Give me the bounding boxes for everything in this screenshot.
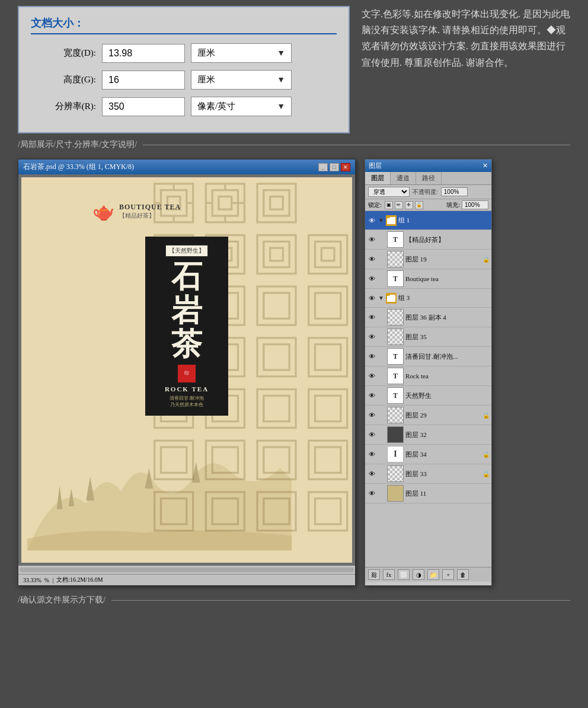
width-input[interactable] xyxy=(102,44,185,63)
add-adjustment-button[interactable]: ◑ xyxy=(413,569,424,580)
layer-visibility-icon[interactable]: 👁 xyxy=(367,254,376,264)
opacity-label: 不透明度: xyxy=(413,188,438,196)
lock-all-icon[interactable]: 🔒 xyxy=(415,201,423,209)
group-expand-arrow[interactable]: ▼ xyxy=(378,295,384,301)
lock-row: 锁定: ▣ ✏ ✛ 🔒 填充: xyxy=(365,199,491,211)
section-divider-1-text: /局部展示/尺寸.分辨率/文字说明/ xyxy=(18,139,137,150)
layer-item[interactable]: 👁 图层 19 🔒 xyxy=(365,250,491,269)
layer-item[interactable]: 👁 T 【精品好茶】 xyxy=(365,230,491,250)
layer-visibility-icon[interactable]: 👁 xyxy=(367,332,376,342)
layer-visibility-icon[interactable]: 👁 xyxy=(367,312,376,322)
blend-mode-select[interactable]: 穿透 xyxy=(368,187,410,197)
tab-paths[interactable]: 路径 xyxy=(416,172,442,184)
layer-lock-icon: 🔒 xyxy=(482,256,490,263)
resolution-row: 分辨率(R): 像素/英寸 ▼ xyxy=(31,97,337,116)
bottom-divider-text: /确认源文件展示方下载/ xyxy=(18,595,106,605)
layer-visibility-icon[interactable]: 👁 xyxy=(367,430,376,439)
layer-visibility-icon[interactable]: 👁 xyxy=(367,489,376,498)
layer-name-text: 图层 33 xyxy=(405,470,481,479)
doc-size-title: 文档大小： xyxy=(31,16,337,34)
layer-visibility-icon[interactable]: 👁 xyxy=(367,352,376,361)
fill-row: 填充: xyxy=(446,200,488,209)
layer-item[interactable]: 👁 图层 11 xyxy=(365,484,491,503)
resolution-unit-select[interactable]: 像素/英寸 ▼ xyxy=(191,97,292,116)
width-unit-select[interactable]: 厘米 ▼ xyxy=(191,43,292,63)
layer-item[interactable]: 👁 T Rock tea xyxy=(365,366,491,386)
ps-close-button[interactable]: ✕ xyxy=(341,163,350,171)
layer-lock-icon: 🔒 xyxy=(482,451,490,458)
right-text-content: 文字.色彩等.如在修改时字体出现变化. 是因为此电脑没有安装该字体. 请替换相近… xyxy=(362,9,570,68)
layer-thumbnail xyxy=(387,329,404,345)
layers-titlebar: 图层 ✕ xyxy=(365,160,491,172)
ps-title: 石岩茶.psd @ 33.3% (组 1, CMYK/8) xyxy=(23,162,134,172)
layer-visibility-icon[interactable]: 👁 xyxy=(367,235,376,244)
layer-item[interactable]: 👁 I 图层 34 🔒 xyxy=(365,445,491,464)
tea-desc-text: 清香回甘.耐冲泡 乃天然原木本色 xyxy=(153,395,220,408)
layer-thumbnail: T xyxy=(387,231,404,248)
layer-visibility-icon[interactable]: 👁 xyxy=(367,391,376,400)
ps-status-sep: | xyxy=(52,577,53,583)
ps-maximize-button[interactable]: □ xyxy=(330,163,339,171)
layer-item[interactable]: 👁 图层 36 副本 4 xyxy=(365,308,491,327)
ps-zoom-percent: % xyxy=(44,577,49,583)
doc-size-panel: 文档大小： 宽度(D): 厘米 ▼ 高度(G): 厘米 ▼ 分辨率(R): xyxy=(18,6,350,133)
group-expand-arrow[interactable]: ▼ xyxy=(378,217,384,224)
boutique-tea-header: 🫖 BOUTIQUE TEA 【精品好茶】 xyxy=(92,201,181,222)
delete-layer-button[interactable]: 🗑 xyxy=(457,569,469,580)
layers-panel-title: 图层 xyxy=(369,161,382,170)
ps-scroll-horizontal[interactable] xyxy=(18,566,355,574)
add-mask-button[interactable]: ⬜ xyxy=(398,569,410,580)
layer-visibility-icon[interactable]: 👁 xyxy=(367,410,376,420)
layer-visibility-icon[interactable]: 👁 xyxy=(367,449,376,459)
ps-scroll-track xyxy=(20,567,354,572)
layer-thumbnail xyxy=(387,485,404,502)
tab-layers[interactable]: 图层 xyxy=(365,172,391,184)
layer-visibility-icon[interactable]: 👁 xyxy=(367,274,376,283)
layer-thumbnail: T xyxy=(387,387,404,404)
height-unit-select[interactable]: 厘米 ▼ xyxy=(191,70,292,90)
layer-visibility-icon[interactable]: 👁 xyxy=(367,294,376,303)
layer-item[interactable]: 👁 图层 29 🔒 xyxy=(365,406,491,425)
opacity-input[interactable] xyxy=(441,187,468,196)
lock-move-icon[interactable]: ✛ xyxy=(405,201,413,209)
svg-rect-44 xyxy=(315,345,341,370)
ps-minimize-button[interactable]: _ xyxy=(318,163,328,171)
lock-transparency-icon[interactable]: ▣ xyxy=(385,201,393,209)
layer-visibility-icon[interactable]: 👁 xyxy=(367,371,376,381)
link-layers-button[interactable]: ⛓ xyxy=(368,569,380,580)
layer-item[interactable]: 👁 T Boutique tea xyxy=(365,269,491,289)
layer-item[interactable]: 👁 图层 33 🔒 xyxy=(365,464,491,484)
layer-name-text: 图层 35 xyxy=(405,333,490,342)
layer-item[interactable]: 👁 T 清番回甘.耐冲泡... xyxy=(365,347,491,366)
red-seal: 印 xyxy=(178,365,196,382)
svg-rect-28 xyxy=(322,248,335,261)
lock-label: 锁定: xyxy=(368,201,382,209)
height-row: 高度(G): 厘米 ▼ xyxy=(31,70,337,90)
svg-rect-24 xyxy=(264,241,289,267)
tab-channels[interactable]: 通道 xyxy=(391,172,416,184)
svg-rect-15 xyxy=(264,190,289,216)
layer-item[interactable]: 👁 T 天然野生 xyxy=(365,386,491,406)
layer-thumbnail: T xyxy=(387,270,404,287)
layer-visibility-icon[interactable]: 👁 xyxy=(367,469,376,479)
layer-visibility-icon[interactable]: 👁 xyxy=(367,216,376,225)
layer-item[interactable]: 👁 ▼ 组 1 xyxy=(365,211,491,230)
layer-name-text: 图层 32 xyxy=(405,430,490,439)
group-folder-icon xyxy=(386,215,397,226)
layers-close-icon[interactable]: ✕ xyxy=(482,162,488,170)
ps-doc-info: 文档:16.2M/16.0M xyxy=(56,576,103,584)
fill-input[interactable] xyxy=(462,200,488,209)
lock-paint-icon[interactable]: ✏ xyxy=(395,201,403,209)
section-divider-1: /局部展示/尺寸.分辨率/文字说明/ xyxy=(18,139,570,150)
new-layer-button[interactable]: + xyxy=(442,569,454,580)
layer-item[interactable]: 👁 ▼ 组 3 xyxy=(365,289,491,308)
svg-rect-27 xyxy=(315,241,341,267)
height-input[interactable] xyxy=(102,71,185,90)
layer-item[interactable]: 👁 图层 35 xyxy=(365,327,491,347)
resolution-input[interactable] xyxy=(102,97,185,116)
layer-item[interactable]: 👁 图层 32 xyxy=(365,425,491,445)
layer-name-text: 图层 11 xyxy=(405,489,490,498)
add-style-button[interactable]: fx xyxy=(383,569,395,580)
create-group-button[interactable]: 📁 xyxy=(427,569,439,580)
resolution-unit-arrow: ▼ xyxy=(277,102,285,111)
